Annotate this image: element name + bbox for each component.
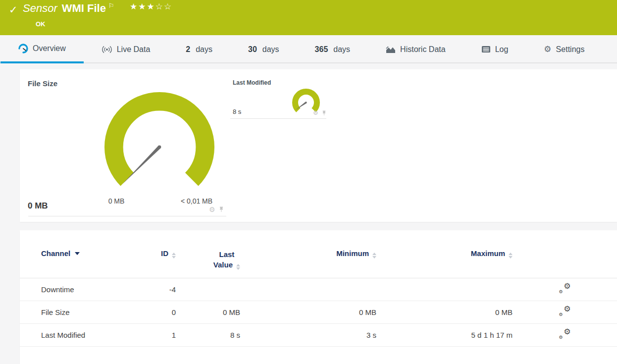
tab-2-days[interactable]: 2 days (168, 35, 230, 63)
tab-settings-label: Settings (556, 45, 585, 54)
tab-log[interactable]: Log (463, 35, 526, 63)
column-header-maximum[interactable]: Maximum (376, 249, 513, 278)
tab-live-data[interactable]: Live Data (84, 35, 168, 63)
tab-365-days-label: days (333, 45, 350, 54)
table-row: Last Modified 1 8 s 3 s 5 d 1 h 17 m ⚙ ⚙ (20, 324, 617, 347)
primary-gauge-value: 0 MB (28, 201, 48, 211)
tab-overview[interactable]: Overview (0, 35, 84, 63)
channel-last-value: 8 s (176, 324, 240, 347)
object-kind-label: Sensor (23, 2, 57, 14)
secondary-gauge-actions: ⚙ (313, 110, 326, 116)
tab-bar: Overview Live Data 2 days 30 days 365 da… (0, 35, 617, 63)
status-ok-check-icon: ✓ (9, 4, 18, 16)
channel-minimum: 0 MB (240, 301, 376, 324)
channel-maximum: 0 MB (376, 301, 513, 324)
column-header-id[interactable]: ID (139, 249, 176, 278)
channel-last-value (176, 278, 240, 301)
pin-icon[interactable] (322, 110, 326, 116)
stars-empty[interactable]: ☆☆ (155, 2, 172, 11)
channel-name: Downtime (20, 278, 139, 301)
channel-minimum (240, 278, 376, 301)
sensor-title-line: SensorWMI File⚐ (23, 2, 114, 15)
channel-last-value: 0 MB (176, 301, 240, 324)
table-row: Downtime -4 ⚙ ⚙ (20, 278, 617, 301)
stars-filled[interactable]: ★★★ (130, 2, 155, 11)
log-list-icon (481, 46, 491, 53)
tab-historic-data-label: Historic Data (400, 45, 446, 54)
channel-settings-gears-icon[interactable]: ⚙ ⚙ (559, 284, 571, 294)
tab-30-days-label: days (262, 45, 279, 54)
page-title: WMI File (62, 2, 106, 14)
column-header-actions (513, 249, 617, 278)
table-header-row: Channel ID Last Value Minimum Maximum (20, 249, 617, 278)
channel-maximum: 5 d 1 h 17 m (376, 324, 513, 347)
channel-id: -4 (139, 278, 176, 301)
channel-id: 1 (139, 324, 176, 347)
secondary-gauge-value: 8 s (233, 108, 241, 115)
gauge-max-label: < 0,01 MB (172, 197, 221, 205)
tab-365-days[interactable]: 365 days (297, 35, 368, 63)
gauge-needle (123, 146, 161, 184)
channels-table-panel: Channel ID Last Value Minimum Maximum (20, 230, 617, 364)
settings-gear-icon: ⚙ (544, 45, 551, 53)
primary-tile-divider (28, 216, 226, 216)
priority-stars[interactable]: ★★★☆☆ (130, 1, 172, 12)
gauge-icon (18, 44, 28, 53)
column-header-last-value[interactable]: Last Value (176, 249, 240, 278)
sort-arrows-icon (236, 264, 240, 270)
channel-name: Last Modified (20, 324, 139, 347)
secondary-tile-divider (230, 118, 326, 119)
primary-gauge-actions: ⚙ (209, 206, 224, 213)
sort-arrows-icon (172, 253, 176, 259)
column-header-channel[interactable]: Channel (20, 249, 139, 278)
channel-name: File Size (20, 301, 139, 324)
tab-30-days-number: 30 (248, 45, 257, 54)
area-chart-icon (386, 46, 396, 53)
tab-settings[interactable]: ⚙ Settings (526, 35, 602, 63)
tab-30-days[interactable]: 30 days (230, 35, 297, 63)
tab-overview-label: Overview (33, 44, 66, 53)
secondary-gauge-title: Last Modified (233, 79, 271, 86)
sort-arrows-icon (372, 253, 376, 259)
primary-gauge-title: File Size (28, 79, 57, 88)
channel-settings-gears-icon[interactable]: ⚙ ⚙ (559, 329, 571, 340)
file-size-gauge (103, 90, 216, 189)
gauge-min-label: 0 MB (94, 197, 139, 205)
channels-table: Channel ID Last Value Minimum Maximum (20, 249, 617, 347)
channel-maximum (376, 278, 513, 301)
tab-log-label: Log (495, 45, 509, 54)
live-data-icon (102, 46, 112, 53)
column-header-minimum[interactable]: Minimum (240, 249, 376, 278)
status-badge: OK (36, 20, 46, 28)
table-row: File Size 0 0 MB 0 MB 0 MB ⚙ ⚙ (20, 301, 617, 324)
sensor-status-banner: ✓ SensorWMI File⚐ ★★★☆☆ OK (0, 0, 617, 35)
tab-live-data-label: Live Data (117, 45, 151, 54)
channel-id: 0 (139, 301, 176, 324)
gauge-settings-gear-icon[interactable]: ⚙ (313, 110, 318, 116)
sort-arrows-icon (509, 253, 513, 259)
gauge-settings-gear-icon[interactable]: ⚙ (209, 206, 215, 213)
overview-gauges-panel: File Size 0 MB < 0,01 MB 0 MB ⚙ Last Mod… (20, 69, 617, 222)
channel-settings-gears-icon[interactable]: ⚙ ⚙ (559, 307, 571, 317)
tab-365-days-number: 365 (315, 45, 328, 54)
tab-2-days-number: 2 (186, 45, 190, 54)
pin-icon[interactable] (219, 207, 224, 212)
sort-caret-down-icon (75, 252, 80, 255)
channel-minimum: 3 s (240, 324, 376, 347)
tab-historic-data[interactable]: Historic Data (368, 35, 463, 63)
tab-2-days-label: days (196, 45, 212, 54)
flag-icon[interactable]: ⚐ (108, 2, 114, 9)
